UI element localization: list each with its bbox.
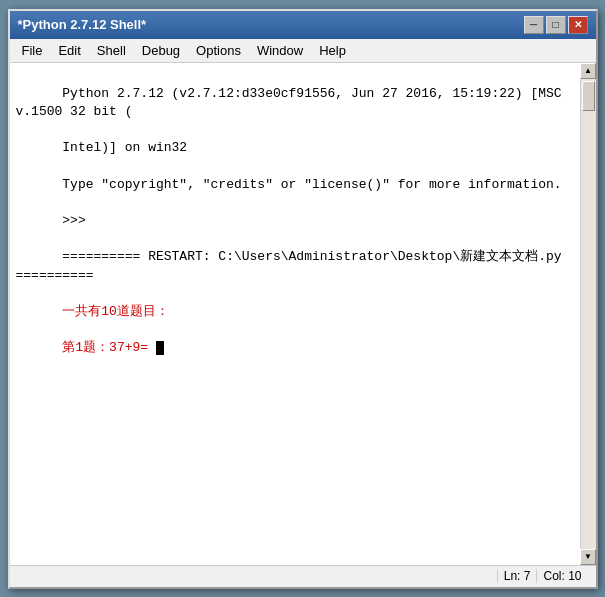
window-title: *Python 2.7.12 Shell* — [18, 17, 147, 32]
python-platform-line: Intel)] on win32 — [62, 140, 187, 155]
menu-debug[interactable]: Debug — [134, 41, 188, 60]
scroll-thumb[interactable] — [582, 81, 595, 111]
minimize-button[interactable]: ─ — [524, 16, 544, 34]
cursor — [156, 341, 164, 355]
menu-window[interactable]: Window — [249, 41, 311, 60]
menu-help[interactable]: Help — [311, 41, 354, 60]
scroll-track[interactable] — [581, 79, 596, 549]
question-prompt: 第1题：37+9= — [62, 340, 156, 355]
menu-shell[interactable]: Shell — [89, 41, 134, 60]
total-questions-line: 一共有10道题目： — [62, 304, 169, 319]
vertical-scrollbar[interactable]: ▲ ▼ — [580, 63, 596, 565]
menu-bar: File Edit Shell Debug Options Window Hel… — [10, 39, 596, 63]
python-version-line: Python 2.7.12 (v2.7.12:d33e0cf91556, Jun… — [16, 86, 570, 119]
title-bar: *Python 2.7.12 Shell* ─ □ ✕ — [10, 11, 596, 39]
window-controls: ─ □ ✕ — [524, 16, 588, 34]
scroll-down-button[interactable]: ▼ — [580, 549, 596, 565]
terminal-output[interactable]: Python 2.7.12 (v2.7.12:d33e0cf91556, Jun… — [10, 63, 580, 565]
close-button[interactable]: ✕ — [568, 16, 588, 34]
menu-file[interactable]: File — [14, 41, 51, 60]
maximize-button[interactable]: □ — [546, 16, 566, 34]
line-number: Ln: 7 — [497, 569, 537, 583]
status-bar: Ln: 7 Col: 10 — [10, 565, 596, 587]
content-area: Python 2.7.12 (v2.7.12:d33e0cf91556, Jun… — [10, 63, 596, 565]
restart-line: ========== RESTART: C:\Users\Administrat… — [16, 249, 570, 282]
scroll-up-button[interactable]: ▲ — [580, 63, 596, 79]
python-prompt: >>> — [62, 213, 93, 228]
python-info-line: Type "copyright", "credits" or "license(… — [62, 177, 561, 192]
main-window: *Python 2.7.12 Shell* ─ □ ✕ File Edit Sh… — [8, 9, 598, 589]
menu-options[interactable]: Options — [188, 41, 249, 60]
column-number: Col: 10 — [536, 569, 587, 583]
menu-edit[interactable]: Edit — [50, 41, 88, 60]
